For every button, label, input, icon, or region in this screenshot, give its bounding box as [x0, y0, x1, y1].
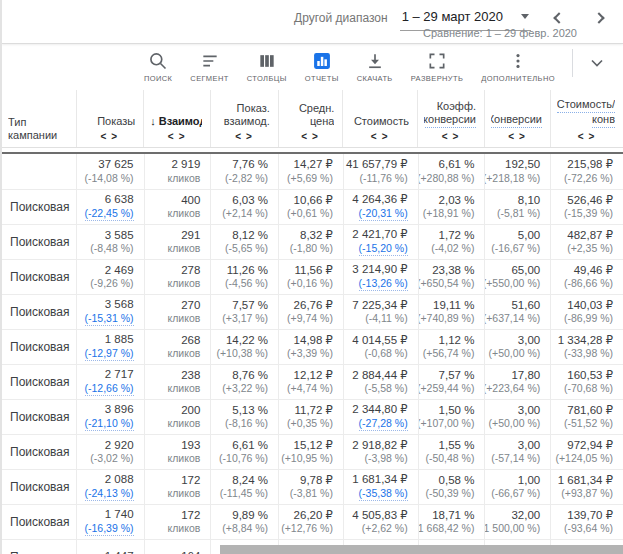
expand-button[interactable]: РАЗВЕРНУТЬ	[411, 51, 464, 83]
comparison-value: (+9,74 %)	[287, 312, 333, 326]
campaign-type-cell: Поисковая	[2, 470, 77, 504]
metric-cell: 1,72 %(-4,02 %)	[419, 225, 486, 259]
significant-change-link[interactable]: (-13,26 %)	[359, 277, 408, 292]
significant-change-link[interactable]: (-22,45 %)	[85, 207, 134, 222]
significant-change-link[interactable]: (-35,38 %)	[359, 487, 408, 502]
metric-cell: 51,60(+637,14 %)	[485, 295, 551, 329]
metric-value: 10,66 ₽	[294, 194, 333, 208]
next-period-button[interactable]	[587, 8, 611, 28]
compare-period-toggle[interactable]: <>	[285, 132, 335, 142]
significant-change-link[interactable]: (-20,31 %)	[359, 207, 408, 222]
metric-cell: 3,00(+50,00 %)	[485, 330, 551, 364]
column-header-metric[interactable]: Стоимость<>	[343, 90, 418, 147]
column-header-label-line: Коэфф.	[437, 100, 476, 113]
metric-value: 6,03 %	[232, 194, 268, 208]
compare-period-toggle[interactable]: <>	[217, 132, 270, 142]
significant-change-link[interactable]: (-27,28 %)	[359, 417, 408, 432]
comparison-value: (+93,87 %)	[561, 487, 613, 501]
column-header-metric[interactable]: Коэфф.конверсии<>	[418, 90, 485, 147]
metric-cell: 10,66 ₽(+0,61 %)	[279, 190, 344, 224]
columns-icon	[257, 51, 277, 71]
chevron-left-icon[interactable]: <	[301, 132, 307, 142]
significant-change-link[interactable]: (-24,13 %)	[85, 487, 134, 502]
chevron-right-icon[interactable]: >	[588, 132, 594, 142]
chevron-right-icon[interactable]: >	[382, 132, 388, 142]
comparison-value: (+3,39 %)	[287, 347, 333, 361]
metric-cell: 5,13 %(-8,16 %)	[211, 400, 279, 434]
metric-cell: 400кликов	[145, 190, 212, 224]
chevron-right-icon[interactable]: >	[312, 132, 318, 142]
metric-value: 41 657,79 ₽	[346, 158, 408, 172]
search-button[interactable]: ПОИСК	[144, 51, 172, 83]
chevron-left-icon[interactable]: <	[578, 132, 584, 142]
metric-value: 23,38 %	[432, 264, 474, 278]
compare-period-toggle[interactable]: <>	[83, 132, 136, 142]
comparison-value: (-11,76 %)	[359, 172, 407, 186]
chevron-left-icon[interactable]: <	[168, 132, 174, 142]
columns-button[interactable]: СТОЛБЦЫ	[247, 51, 287, 83]
metric-value: 1,50 %	[439, 404, 475, 418]
column-header-metric[interactable]: Средн.цена<>	[279, 90, 344, 147]
table-toolbar: ПОИСКСЕГМЕНТСТОЛБЦЫОТЧЕТЫСКАЧАТЬРАЗВЕРНУ…	[2, 44, 623, 90]
metric-cell: 6,03 %(+2,14 %)	[211, 190, 279, 224]
chevron-right-icon[interactable]: >	[452, 132, 458, 142]
chevron-right-icon[interactable]: >	[179, 132, 185, 142]
horizontal-scrollbar-thumb[interactable]	[220, 545, 623, 554]
significant-change-link[interactable]: (-15,31 %)	[85, 312, 134, 327]
chevron-down-icon[interactable]	[521, 14, 529, 19]
segment-button[interactable]: СЕГМЕНТ	[190, 51, 228, 83]
column-header-metric[interactable]: Стоимость/конв<>	[551, 90, 623, 147]
metric-value: 8,76 %	[232, 369, 268, 383]
column-header-metric[interactable]: Показ.взаимод.<>	[211, 90, 279, 147]
column-header-campaign-type[interactable]: Типкампании	[2, 90, 77, 147]
chevron-left-icon[interactable]: <	[442, 132, 448, 142]
metric-cell: 193кликов	[145, 435, 212, 469]
previous-period-button[interactable]	[547, 8, 571, 28]
metric-value: 3,00	[518, 439, 540, 453]
metric-cell: 12,12 ₽(+4,74 %)	[279, 365, 344, 399]
metric-cell: 7,76 %(-2,82 %)	[211, 154, 279, 189]
chevron-left-icon[interactable]: <	[508, 132, 514, 142]
significant-change-link[interactable]: (-12,66 %)	[85, 382, 134, 397]
metric-cell: 7,57 %(+3,17 %)	[211, 295, 279, 329]
compare-period-toggle[interactable]: <>	[491, 132, 542, 142]
compare-period-toggle[interactable]: <>	[424, 132, 476, 142]
metric-value: 193	[181, 439, 200, 453]
metric-cell: 8,24 %(-11,45 %)	[211, 470, 279, 504]
column-header-metric[interactable]: Конверсии<>	[485, 90, 551, 147]
significant-change-link[interactable]: (-21,10 %)	[85, 417, 134, 432]
chevron-right-icon[interactable]: >	[111, 132, 117, 142]
chevron-left-icon[interactable]: <	[235, 132, 241, 142]
column-header-metric[interactable]: Показы<>	[77, 90, 145, 147]
comparison-value: кликов	[167, 277, 200, 291]
date-range-value[interactable]: 1 – 29 март 2020	[402, 9, 503, 24]
compare-period-toggle[interactable]: <>	[349, 132, 409, 142]
compare-period-toggle[interactable]: <>	[557, 132, 615, 142]
reports-button[interactable]: ОТЧЕТЫ	[305, 51, 339, 83]
download-button[interactable]: СКАЧАТЬ	[357, 51, 393, 83]
chevron-left-icon	[553, 12, 564, 23]
chevron-right-icon[interactable]: >	[519, 132, 525, 142]
campaign-type-cell: Поисковая	[2, 260, 77, 294]
metric-value: 65,00	[511, 264, 540, 278]
metric-value: 1,12 %	[439, 334, 475, 348]
comparison-value: (-3,81 %)	[290, 487, 333, 501]
column-header-label-line: взаимод.	[224, 115, 270, 128]
significant-change-link[interactable]: (-15,20 %)	[359, 242, 408, 257]
metric-value: 4 014,55 ₽	[352, 334, 407, 348]
compare-period-toggle[interactable]: <>	[150, 132, 202, 142]
significant-change-link[interactable]: (-16,39 %)	[85, 522, 134, 537]
metric-cell: 270кликов	[145, 295, 212, 329]
more-button[interactable]: ДОПОЛНИТЕЛЬНО	[481, 51, 555, 83]
metric-value: 26,20 ₽	[294, 509, 333, 523]
collapse-toolbar-button[interactable]	[587, 53, 607, 73]
more-icon	[508, 51, 528, 71]
chevron-down-icon	[587, 53, 607, 73]
metric-cell: 1,50 %(+107,00 %)	[419, 400, 486, 434]
significant-change-link[interactable]: (-12,97 %)	[85, 347, 134, 362]
chevron-left-icon[interactable]: <	[101, 132, 107, 142]
chevron-left-icon[interactable]: <	[371, 132, 377, 142]
column-header-metric[interactable]: ↓ Взаимод<>	[144, 90, 211, 147]
column-header-label: Стоимость	[349, 97, 409, 128]
chevron-right-icon[interactable]: >	[246, 132, 252, 142]
